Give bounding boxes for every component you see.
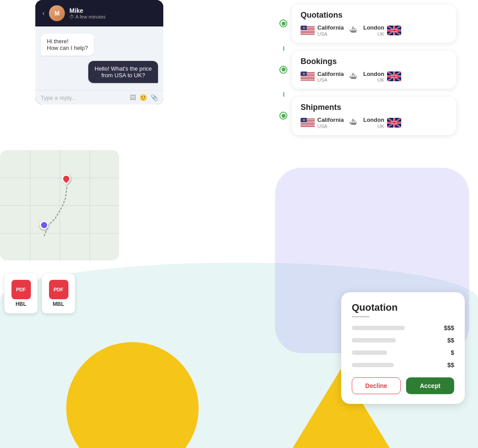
svg-rect-45 (301, 127, 315, 128)
pdf-icon-mbl: PDF (49, 280, 68, 299)
quotation-price-4: $$ (447, 361, 454, 369)
chat-message-2: Hello! What's the pricefrom USA to UK? (41, 61, 158, 83)
quotation-price-1: $$$ (444, 324, 454, 331)
bookings-dest-text: London UK (363, 71, 384, 83)
shipments-card: Shipments ★ California U (292, 97, 456, 135)
svg-rect-23 (301, 76, 315, 77)
svg-rect-6 (301, 33, 315, 34)
chat-widget: ‹ M Mike ⏱ A few minutes Hi there!How ca… (35, 0, 163, 105)
accept-button[interactable]: Accept (406, 377, 454, 394)
quotation-row-3: $ (352, 349, 454, 356)
flag-uk-quotations (387, 26, 401, 35)
quotation-price-3: $ (451, 349, 454, 356)
quotations-origin-text: California USA (317, 24, 344, 37)
pdf-doc-mbl[interactable]: PDF MBL (42, 274, 75, 313)
shipments-dest-text: London UK (363, 117, 384, 129)
ship-icon-quotations: ⛴ (349, 25, 358, 35)
bookings-card: Bookings ★ California US (292, 51, 456, 89)
svg-text:★: ★ (303, 72, 305, 75)
chat-input-icons: 🖼 🙂 📎 (130, 94, 158, 101)
map-background (0, 150, 119, 260)
quotations-dest-text: London UK (363, 24, 384, 37)
ship-icon-shipments: ⛴ (349, 117, 358, 128)
ship-icon-bookings: ⛴ (349, 72, 358, 82)
svg-rect-7 (301, 34, 315, 35)
svg-text:★: ★ (303, 119, 305, 121)
radio-dot-quotations (282, 22, 286, 26)
shipments-origin-text: California USA (317, 117, 344, 129)
workflow-connector-shipments (279, 112, 287, 120)
radio-quotations (279, 19, 287, 27)
flag-uk-shipments (387, 118, 401, 128)
quotation-line-3 (352, 350, 387, 355)
quotations-dest: London UK (363, 24, 401, 37)
svg-text:★: ★ (303, 26, 305, 29)
chat-header: ‹ M Mike ⏱ A few minutes (35, 0, 163, 26)
image-icon[interactable]: 🖼 (130, 94, 136, 101)
map-pin-origin (40, 221, 49, 230)
chat-time: ⏱ A few minutes (69, 14, 105, 19)
svg-rect-56 (394, 118, 395, 128)
chat-bubble-left: Hi there!How can I help? (41, 34, 94, 56)
quotations-origin: ★ California USA (301, 24, 344, 37)
svg-rect-24 (301, 78, 315, 79)
chat-body: Hi there!How can I help? Hello! What's t… (35, 26, 163, 90)
chat-user-info: Mike ⏱ A few minutes (69, 7, 105, 19)
bookings-origin-text: California USA (317, 71, 344, 83)
connector-line-2 (283, 92, 284, 97)
quotation-row-1: $$$ (352, 324, 454, 331)
emoji-icon[interactable]: 🙂 (139, 94, 147, 101)
svg-rect-44 (301, 125, 315, 126)
chat-user-name: Mike (69, 7, 105, 14)
shipments-origin: ★ California USA (301, 117, 344, 129)
workflow-connector-top (279, 19, 287, 27)
radio-bookings (279, 66, 287, 74)
map-pin-destination (62, 174, 72, 185)
decline-button[interactable]: Decline (352, 377, 401, 394)
bookings-origin: ★ California USA (301, 71, 344, 83)
svg-rect-37 (394, 72, 395, 81)
workflow-shipments-row: Shipments ★ California U (279, 97, 456, 135)
workflow-bookings-row: Bookings ★ California US (279, 51, 456, 89)
pdf-icon-hbl: PDF (11, 280, 31, 299)
radio-dot-bookings (282, 68, 286, 72)
svg-rect-43 (301, 124, 315, 125)
attach-icon[interactable]: 📎 (151, 94, 158, 101)
flag-uk-bookings (387, 72, 401, 81)
quotation-row-2: $$ (352, 337, 454, 344)
clock-icon: ⏱ (69, 14, 74, 19)
quotation-line-1 (352, 326, 405, 330)
map-widget (0, 150, 119, 260)
quotation-price-2: $$ (447, 337, 454, 344)
pdf-label-mbl: MBL (53, 301, 64, 307)
quotation-actions: Decline Accept (352, 377, 454, 394)
svg-rect-5 (301, 31, 315, 32)
destination-pin-circle (60, 173, 72, 185)
quotations-route: ★ California USA ⛴ London UK (301, 24, 447, 37)
svg-rect-42 (301, 122, 315, 123)
chat-input-placeholder[interactable]: Type a reply... (41, 94, 126, 101)
pdf-label-hbl: HBL (15, 301, 26, 307)
chat-message-1: Hi there!How can I help? (41, 34, 158, 61)
back-icon[interactable]: ‹ (42, 9, 45, 17)
chat-bubble-right: Hello! What's the pricefrom USA to UK? (88, 61, 158, 83)
quotations-title: Quotations (301, 11, 447, 20)
pdf-doc-hbl[interactable]: PDF HBL (4, 274, 38, 313)
bookings-title: Bookings (301, 57, 447, 66)
pdf-documents: PDF HBL PDF MBL (4, 274, 75, 313)
svg-rect-18 (394, 26, 395, 35)
bookings-route: ★ California USA ⛴ London UK (301, 71, 447, 83)
flag-us-quotations: ★ (301, 26, 315, 35)
quotation-card-title: Quotation (352, 302, 454, 313)
flag-us-bookings: ★ (301, 72, 315, 81)
workflow-panel: Quotations ★ California (279, 4, 456, 135)
shipments-dest: London UK (363, 117, 401, 129)
radio-shipments (279, 112, 287, 120)
avatar: M (49, 5, 65, 21)
svg-rect-25 (301, 79, 315, 80)
radio-dot-shipments (282, 114, 286, 118)
quotation-line-4 (352, 363, 394, 367)
shipments-title: Shipments (301, 103, 447, 112)
chat-input-area[interactable]: Type a reply... 🖼 🙂 📎 (35, 90, 163, 105)
quotation-row-4: $$ (352, 361, 454, 369)
